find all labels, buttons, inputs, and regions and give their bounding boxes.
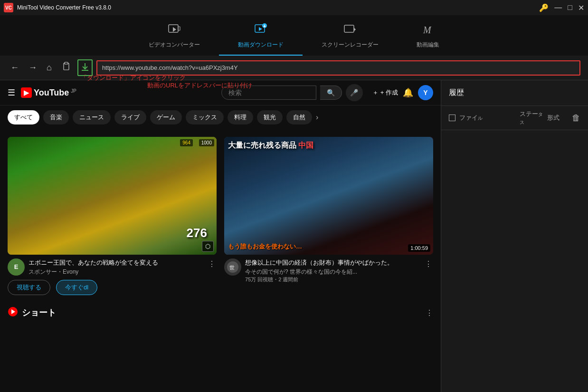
history-col-file-label: ファイル xyxy=(459,114,516,122)
svg-marker-8 xyxy=(259,27,262,31)
youtube-logo-jp: JP xyxy=(71,88,76,94)
shorts-logo-icon xyxy=(8,306,18,319)
download-now-button[interactable]: 今すぐdl xyxy=(56,280,97,295)
titlebar: VC MiniTool Video Converter Free v3.8.0 … xyxy=(0,0,588,15)
nav-tabs: ビデオコンバーター 動画ダウンロード スクリーンレコーダー M xyxy=(0,15,588,56)
video-actions-1: 視聴する 今すぐdl xyxy=(8,280,217,295)
user-avatar[interactable]: Y xyxy=(418,85,433,100)
video-title-1: エボニー王国で、あなたの戦略が全てを変える xyxy=(28,258,203,267)
screen-recorder-icon xyxy=(343,23,357,39)
history-delete-button[interactable]: 🗑 xyxy=(572,113,580,123)
back-button[interactable]: ← xyxy=(8,61,22,75)
browser-panel: ☰ ▶ YouTube JP 🔍 🎤 ＋ + 作成 🔔 Y xyxy=(0,80,441,392)
home-button[interactable]: ⌂ xyxy=(44,61,55,75)
toolbar: ← → ⌂ 「ダウンロード」アイコンをクリック 動画のURLをアドレスバーに貼り… xyxy=(0,56,588,80)
history-panel: 履歴 ファイル ステータス 形式 🗑 xyxy=(441,80,588,392)
youtube-search-button[interactable]: 🔍 xyxy=(320,86,342,100)
youtube-search-bar: 🔍 🎤 xyxy=(221,84,363,101)
chip-cooking[interactable]: 料理 xyxy=(228,110,253,124)
chip-live[interactable]: ライブ xyxy=(114,110,146,124)
tab-video-editor-label: 動画編集 xyxy=(417,41,439,49)
youtube-search-input[interactable] xyxy=(221,86,316,100)
svg-rect-9 xyxy=(344,25,354,32)
chips-more-icon[interactable]: › xyxy=(316,113,318,122)
svg-text:世: 世 xyxy=(229,265,235,270)
tab-video-converter-label: ビデオコンバーター xyxy=(149,41,200,49)
maximize-button[interactable]: □ xyxy=(568,3,572,12)
notification-bell-icon[interactable]: 🔔 xyxy=(403,87,413,98)
chip-sightseeing[interactable]: 観光 xyxy=(257,110,283,124)
game-score-badge: 1000 xyxy=(199,139,214,146)
video-info-1: E エボニー王国で、あなたの戦略が全てを変える スポンサー・Evony ⋮ xyxy=(8,258,217,276)
video-channel-1: スポンサー・Evony xyxy=(28,268,203,276)
svg-marker-1 xyxy=(173,27,176,32)
url-input[interactable] xyxy=(96,60,580,76)
video-meta-2: 想像以上に中国の経済（お財布）事情がやばかった。 今その国で何が? 世界の様々な… xyxy=(245,258,420,283)
chip-music[interactable]: 音楽 xyxy=(43,110,69,124)
plus-icon: ＋ xyxy=(372,88,379,97)
shorts-section[interactable]: ショート ⋮ xyxy=(0,303,441,323)
video-stats-2: 75万 回視聴・2 週間前 xyxy=(245,276,420,283)
youtube-logo: ▶ YouTube JP xyxy=(21,87,76,98)
svg-rect-13 xyxy=(65,62,68,64)
chip-news[interactable]: ニュース xyxy=(73,110,111,124)
tab-video-editor[interactable]: M 動画編集 xyxy=(398,19,458,56)
youtube-header: ☰ ▶ YouTube JP 🔍 🎤 ＋ + 作成 🔔 Y xyxy=(0,80,441,105)
video-description-2: 今その国で何が? 世界の様々な国の今を紹... xyxy=(245,268,420,276)
video-converter-icon xyxy=(168,23,181,39)
chip-mix[interactable]: ミックス xyxy=(186,110,224,124)
video-download-icon xyxy=(254,23,267,39)
video-editor-icon: M xyxy=(421,23,435,39)
chip-games[interactable]: ゲーム xyxy=(150,110,182,124)
channel-avatar-1: E xyxy=(8,258,25,276)
tab-video-converter[interactable]: ビデオコンバーター xyxy=(130,19,219,56)
shorts-label: ショート xyxy=(22,307,56,318)
video-duration-2: 1:00:59 xyxy=(408,244,430,252)
video-thumb-2: 大量に売れ残る商品 中国 もう誰もお金を使わない… 1:00:59 xyxy=(224,137,433,255)
download-button[interactable] xyxy=(77,59,93,76)
minimize-button[interactable]: — xyxy=(554,3,562,12)
youtube-header-right: ＋ + 作成 🔔 Y xyxy=(372,85,433,100)
youtube-logo-icon: ▶ xyxy=(21,87,32,98)
game-number: 276 xyxy=(187,226,207,240)
tab-screen-recorder[interactable]: スクリーンレコーダー xyxy=(303,19,398,56)
svg-text:M: M xyxy=(423,25,432,35)
video-title-2: 想像以上に中国の経済（お財布）事情がやばかった。 xyxy=(245,258,420,267)
video-thumb-1: 1000 964 276 ⬡ xyxy=(8,137,217,255)
key-icon[interactable]: 🔑 xyxy=(539,3,549,12)
watch-button[interactable]: 視聴する xyxy=(8,280,50,295)
clipboard-button[interactable] xyxy=(58,60,74,76)
video-menu-2[interactable]: ⋮ xyxy=(424,258,433,269)
app-title: MiniTool Video Converter Free v3.8.0 xyxy=(17,4,539,11)
tab-video-download-label: 動画ダウンロード xyxy=(238,41,284,49)
forward-button[interactable]: → xyxy=(26,61,40,75)
history-title: 履歴 xyxy=(441,80,588,106)
history-col-status-label: ステータス xyxy=(520,110,543,126)
close-button[interactable]: ✕ xyxy=(578,3,584,12)
shorts-menu-icon[interactable]: ⋮ xyxy=(426,308,433,317)
youtube-mic-button[interactable]: 🎤 xyxy=(346,84,363,101)
chip-nature[interactable]: 自然 xyxy=(286,110,312,124)
history-select-all[interactable] xyxy=(449,115,455,121)
external-link-icon[interactable]: ⬡ xyxy=(202,241,214,252)
youtube-create-button[interactable]: ＋ + 作成 xyxy=(372,88,398,97)
video-info-2: 世 想像以上に中国の経済（お財布）事情がやばかった。 今その国で何が? 世界の様… xyxy=(224,258,433,283)
category-chips: すべて 音楽 ニュース ライブ ゲーム ミックス 料理 観光 自然 › xyxy=(0,105,441,129)
tab-screen-recorder-label: スクリーンレコーダー xyxy=(322,41,379,49)
video-grid: 1000 964 276 ⬡ E エボニー王国で、あなたの戦略が全てを変える ス… xyxy=(0,129,441,303)
video-menu-1[interactable]: ⋮ xyxy=(207,258,217,269)
video-card-2[interactable]: 大量に売れ残る商品 中国 もう誰もお金を使わない… 1:00:59 世 想像以上… xyxy=(224,137,433,295)
svg-marker-10 xyxy=(354,28,356,31)
hamburger-menu-icon[interactable]: ☰ xyxy=(8,87,15,98)
game-score-badge2: 964 xyxy=(180,139,193,146)
channel-avatar-2: 世 xyxy=(224,258,241,276)
tab-video-download[interactable]: 動画ダウンロード xyxy=(219,19,303,56)
chip-all[interactable]: すべて xyxy=(8,110,39,124)
history-col-format-label: 形式 xyxy=(547,114,566,122)
thumb-overlay-2: 大量に売れ残る商品 中国 もう誰もお金を使わない… xyxy=(224,137,433,255)
youtube-logo-text: YouTube xyxy=(34,88,69,98)
window-controls: 🔑 — □ ✕ xyxy=(539,3,584,12)
app-logo: VC xyxy=(4,3,13,12)
video-card-1[interactable]: 1000 964 276 ⬡ E エボニー王国で、あなたの戦略が全てを変える ス… xyxy=(8,137,217,295)
history-columns: ファイル ステータス 形式 🗑 xyxy=(441,106,588,130)
